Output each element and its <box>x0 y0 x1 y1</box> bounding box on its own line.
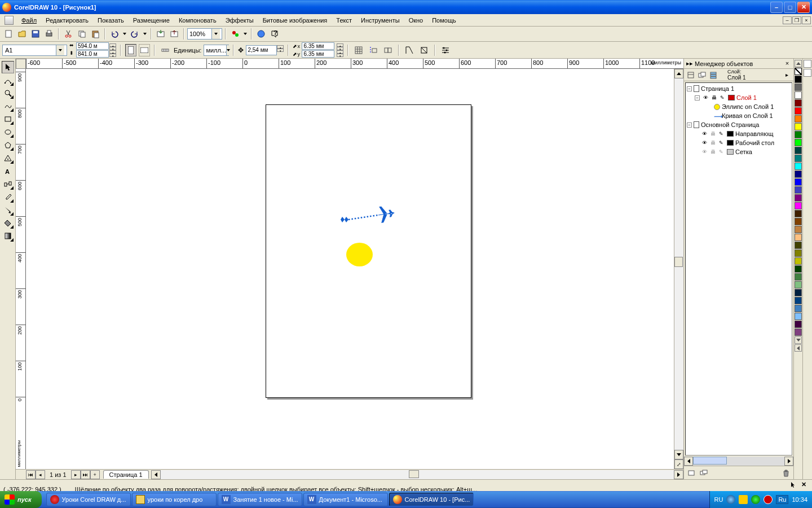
docker-titlebar[interactable]: ▸▸ Менеджер объектов × <box>684 59 793 69</box>
tray-icon-1[interactable] <box>726 495 735 504</box>
visible-icon[interactable]: 👁 <box>701 94 709 101</box>
editable-icon[interactable]: ✎ <box>718 94 726 101</box>
vertical-scrollbar[interactable]: ⤢ <box>674 69 683 469</box>
color-swatch[interactable] <box>795 91 802 99</box>
treat-as-filled-button[interactable] <box>403 44 416 56</box>
taskbar-item-opera[interactable]: Уроки Corel DRAW д... <box>46 493 131 506</box>
ruler-origin[interactable] <box>16 59 26 69</box>
docker-scroll-right[interactable] <box>784 457 793 466</box>
clock[interactable]: 10:34 <box>792 496 807 503</box>
menu-layout[interactable]: Размещение <box>129 16 174 25</box>
printable-icon[interactable]: 🖶 <box>709 148 717 155</box>
color-swatch[interactable] <box>795 178 802 186</box>
taskbar-item-word2[interactable]: WДокумент1 - Microso... <box>303 493 388 506</box>
basic-shapes-tool[interactable] <box>2 152 14 164</box>
hscroll-thumb[interactable] <box>409 470 419 478</box>
whats-this-button[interactable]: ? <box>268 28 281 40</box>
app-launcher-dropdown[interactable] <box>242 28 248 40</box>
menu-edit[interactable]: Редактировать <box>41 16 93 25</box>
color-swatch[interactable] <box>795 115 802 122</box>
first-page-button[interactable]: ⏮ <box>26 470 36 479</box>
color-swatch[interactable] <box>795 194 802 202</box>
color-swatch[interactable] <box>795 281 802 288</box>
docker-close-button[interactable]: × <box>783 60 791 68</box>
paper-dropdown-icon[interactable] <box>56 45 64 55</box>
options-button[interactable] <box>439 44 452 56</box>
units-dropdown-icon[interactable] <box>226 45 230 55</box>
language-indicator[interactable]: RU <box>714 496 723 503</box>
docker-tab-2[interactable] <box>804 69 811 77</box>
tray-icon-3[interactable] <box>751 495 760 504</box>
color-swatch[interactable] <box>795 313 802 320</box>
scroll-up-button[interactable] <box>674 69 683 78</box>
editable-icon[interactable]: ✎ <box>717 148 725 155</box>
snap-to-grid-button[interactable] <box>352 44 365 56</box>
horizontal-scrollbar[interactable] <box>151 470 683 479</box>
printable-icon[interactable]: 🖶 <box>709 139 717 146</box>
no-color-swatch[interactable] <box>795 68 802 75</box>
redo-dropdown[interactable] <box>142 28 148 40</box>
scroll-right-button[interactable] <box>674 470 683 479</box>
interactive-blend-tool[interactable] <box>2 178 14 190</box>
corel-online-button[interactable] <box>255 28 267 40</box>
tree-page-row[interactable]: − Страница 1 <box>687 84 791 93</box>
portrait-button[interactable] <box>125 44 136 56</box>
printable-icon[interactable]: 🖶 <box>710 94 718 101</box>
visible-icon[interactable]: 👁 <box>700 130 708 137</box>
freehand-tool[interactable] <box>2 100 14 112</box>
duplicate-x-input[interactable]: 6.35 мм <box>302 42 334 50</box>
page-width-input[interactable]: 594.0 м <box>76 42 109 50</box>
zoom-combo[interactable]: 100% <box>187 28 222 40</box>
interactive-fill-tool[interactable] <box>2 230 14 242</box>
dup-y-down[interactable]: ▾ <box>337 54 343 57</box>
delete-button[interactable] <box>781 468 791 478</box>
layer-color-swatch[interactable] <box>728 95 735 100</box>
ellipse-object[interactable] <box>346 243 373 266</box>
tree-toggle[interactable]: − <box>687 122 692 128</box>
tree-ellipse-row[interactable]: Эллипс on Слой 1 <box>687 102 791 111</box>
taskbar-item-word1[interactable]: WЗанятие 1 новое - Mi... <box>218 493 302 506</box>
scroll-left-button[interactable] <box>151 470 161 479</box>
tree-guides-row[interactable]: 👁 🖶 ✎ Направляющ <box>687 129 791 138</box>
layer-color-swatch[interactable] <box>727 131 734 137</box>
layer-manager-view-button[interactable] <box>708 70 718 80</box>
editable-icon[interactable]: ✎ <box>717 139 725 146</box>
color-swatch[interactable] <box>795 265 802 273</box>
prev-page-button[interactable]: ◂ <box>36 470 45 479</box>
color-swatch[interactable] <box>795 107 802 115</box>
close-button[interactable]: ✕ <box>797 2 810 13</box>
color-swatch[interactable] <box>795 305 802 312</box>
edit-across-layers-button[interactable] <box>697 70 707 80</box>
color-swatch[interactable] <box>795 123 802 130</box>
visible-icon[interactable]: 👁 <box>700 139 708 146</box>
object-tree[interactable]: − Страница 1 − 👁 🖶 ✎ Слой 1 Эллипс on Сл… <box>685 82 792 456</box>
color-swatch[interactable] <box>795 234 802 241</box>
color-swatch[interactable] <box>795 84 802 91</box>
menu-file[interactable]: Файл <box>17 16 41 25</box>
start-button[interactable]: пуск <box>0 491 42 508</box>
app-launcher-button[interactable] <box>229 28 241 40</box>
docker-hscroll-thumb[interactable] <box>693 457 727 465</box>
doc-close-button[interactable]: × <box>802 16 811 24</box>
zoom-tool[interactable] <box>2 87 14 99</box>
palette-down-button[interactable] <box>795 336 802 344</box>
docker-scroll-left[interactable] <box>684 457 693 466</box>
landscape-button[interactable] <box>139 44 150 56</box>
editable-icon[interactable]: ✎ <box>717 130 725 137</box>
taskbar-item-corel[interactable]: CorelDRAW 10 - [Рис... <box>389 493 474 506</box>
zoom-dropdown-icon[interactable] <box>211 29 220 39</box>
duplicate-y-input[interactable]: 6.35 мм <box>302 50 334 58</box>
redo-button[interactable] <box>129 28 141 40</box>
document-icon[interactable] <box>5 16 14 25</box>
doc-minimize-button[interactable]: – <box>783 16 792 24</box>
tree-grid-row[interactable]: 👁 🖶 ✎ Сетка <box>687 147 791 156</box>
import-button[interactable] <box>155 28 167 40</box>
layer-color-swatch[interactable] <box>727 149 734 155</box>
eyedropper-tool[interactable] <box>2 191 14 203</box>
color-swatch[interactable] <box>795 249 802 257</box>
ruler-vertical[interactable]: миллиметры 9008007006005004003002001000 <box>16 69 26 469</box>
ruler-horizontal[interactable]: -600-500-400-300-200-1000100200300400500… <box>26 59 683 69</box>
color-swatch[interactable] <box>795 202 802 209</box>
tree-toggle[interactable]: − <box>687 86 692 91</box>
units-combo[interactable]: милл... <box>204 45 229 56</box>
